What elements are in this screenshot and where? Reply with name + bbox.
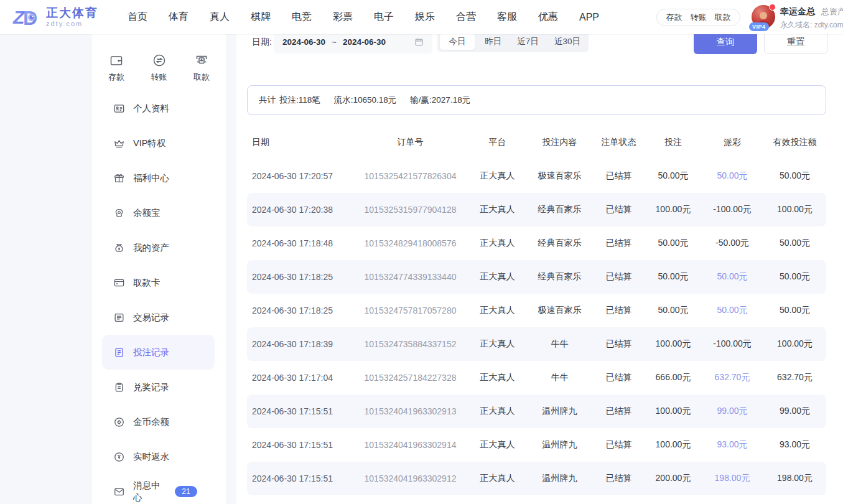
sidebar-item-yuebao[interactable]: 余额宝: [92, 195, 226, 230]
nav-entertainment[interactable]: 娱乐: [415, 11, 435, 24]
cell-content: 温州牌九: [527, 473, 592, 484]
sidebar-item-vip[interactable]: VIP特权: [92, 126, 226, 161]
sidebar-item-assets[interactable]: 我的资产: [92, 230, 226, 265]
money-bag-icon: [113, 242, 125, 254]
cell-status: 已结算: [592, 238, 645, 249]
sidebar-item-profile[interactable]: 个人资料: [92, 91, 226, 126]
envelope-icon: [113, 486, 125, 498]
transfer-link[interactable]: 转账: [691, 12, 707, 23]
sidebar-item-welfare[interactable]: 福利中心: [92, 161, 226, 195]
logo-text: 正大体育 zdty.com: [46, 7, 98, 27]
nav-chess[interactable]: 棋牌: [251, 11, 271, 24]
withdraw-link[interactable]: 取款: [715, 12, 731, 23]
nav-home[interactable]: 首页: [128, 11, 147, 24]
nav-live[interactable]: 真人: [210, 11, 230, 24]
table-row: 2024-06-30 17:18:25 1015324774339133440 …: [247, 260, 826, 294]
quick-withdraw[interactable]: 取款: [193, 53, 210, 83]
crown-icon: [113, 138, 125, 149]
cell-payout: 99.00元: [701, 406, 763, 417]
cell-order: 1015324774339133440: [353, 272, 468, 282]
table-row: 2024-06-30 17:18:25 1015324757817057280 …: [247, 294, 826, 327]
sidebar-item-rebate[interactable]: 实时返水: [92, 439, 226, 474]
calendar-icon[interactable]: [414, 37, 424, 47]
summary-turnover: 流水:10650.18元: [334, 95, 397, 106]
cell-valid: 50.00元: [763, 271, 826, 282]
quick-transfer[interactable]: 转账: [151, 53, 167, 83]
cell-valid: 50.00元: [763, 238, 826, 249]
assets-label: 总资产:: [821, 6, 843, 17]
table-row: 2024-06-30 17:18:48 1015324829418008576 …: [247, 226, 826, 260]
range-7days[interactable]: 近7日: [511, 34, 544, 50]
range-30days[interactable]: 近30日: [549, 34, 586, 50]
sidebar-item-label: 投注记录: [133, 347, 169, 358]
nav-app[interactable]: APP: [579, 12, 599, 23]
nav-affiliate[interactable]: 合营: [456, 11, 476, 24]
quick-withdraw-label: 取款: [193, 72, 210, 83]
quick-deposit[interactable]: 存款: [108, 53, 124, 83]
nav-promo[interactable]: 优惠: [538, 11, 558, 24]
date-to-value[interactable]: 2024-06-30: [343, 37, 386, 47]
cell-platform: 正大真人: [468, 338, 527, 350]
cell-order: 1015324757817057280: [353, 306, 468, 315]
cell-bet: 50.00元: [645, 271, 701, 282]
cell-order: 1015324735884337152: [353, 339, 468, 349]
sidebar-menu: 个人资料 VIP特权 福利中心 余额宝 我的资产 取款卡: [92, 91, 226, 504]
date-from-value[interactable]: 2024-06-30: [282, 37, 325, 47]
range-yesterday[interactable]: 昨日: [479, 34, 507, 50]
sidebar-item-label: 个人资料: [133, 103, 169, 114]
cell-date: 2024-06-30 17:18:39: [247, 339, 353, 349]
sidebar-item-messages[interactable]: 消息中心 21: [92, 474, 226, 504]
cell-status: 已结算: [592, 271, 645, 282]
quick-range-group: 今日 昨日 近7日 近30日: [437, 31, 589, 52]
table-row: 2024-06-30 17:17:04 1015324257184227328 …: [247, 361, 826, 394]
cell-status: 已结算: [592, 170, 645, 182]
cell-valid: 93.00元: [763, 439, 826, 450]
table-row: 2024-06-30 17:15:51 1015324041963302912 …: [247, 462, 826, 495]
cell-platform: 正大真人: [468, 439, 527, 450]
user-info[interactable]: 幸运金总 总资产: 永久域名: zdty.com: [780, 6, 843, 30]
range-today[interactable]: 今日: [440, 34, 475, 50]
sidebar-item-label: 取款卡: [133, 277, 161, 289]
sidebar-item-transactions[interactable]: 交易记录: [92, 300, 226, 335]
cell-payout: -50.00元: [701, 238, 763, 249]
nav-lottery[interactable]: 彩票: [333, 11, 353, 24]
cell-order: 1015325421577826304: [353, 171, 468, 181]
cell-payout: 50.00元: [701, 305, 763, 316]
table-row: 2024-06-30 17:20:57 1015325421577826304 …: [247, 159, 826, 193]
id-card-icon: [113, 103, 125, 114]
cell-bet: 100.00元: [645, 204, 701, 215]
col-content: 投注内容: [527, 137, 592, 148]
deposit-link[interactable]: 存款: [666, 12, 682, 23]
cell-date: 2024-06-30 17:18:48: [247, 238, 353, 248]
notification-dot: [769, 4, 776, 11]
gift-icon: [113, 172, 125, 184]
nav-sports[interactable]: 体育: [169, 11, 189, 24]
cell-platform: 正大真人: [468, 204, 527, 215]
cell-date: 2024-06-30 17:20:57: [247, 171, 353, 181]
records-table: 日期 订单号 平台 投注内容 注单状态 投注 派彩 有效投注额 2024-06-…: [247, 126, 826, 495]
nav-slots[interactable]: 电子: [374, 11, 394, 24]
col-bet: 投注: [645, 137, 701, 148]
cell-content: 经典百家乐: [527, 238, 592, 249]
table-body: 2024-06-30 17:20:57 1015325421577826304 …: [247, 159, 826, 495]
nav-service[interactable]: 客服: [497, 11, 517, 24]
sidebar-item-withdraw-card[interactable]: 取款卡: [92, 265, 226, 300]
cell-content: 经典百家乐: [527, 204, 592, 215]
sidebar-item-coin-balance[interactable]: 金币余额: [92, 404, 226, 439]
user-avatar[interactable]: VIP4: [752, 5, 775, 29]
cell-payout: -100.00元: [701, 204, 763, 215]
cell-bet: 50.00元: [645, 170, 701, 182]
cell-order: 1015324041963302914: [353, 440, 468, 450]
sidebar-item-label: 实时返水: [133, 451, 169, 463]
sidebar-item-label: 我的资产: [133, 242, 169, 254]
nav-esports[interactable]: 电竞: [292, 11, 312, 24]
summary-bets: 投注:118笔: [279, 95, 320, 106]
sidebar-item-betting-records[interactable]: 投注记录: [102, 335, 215, 370]
brand-logo[interactable]: Z D 正大体育 zdty.com: [12, 4, 98, 29]
sidebar-item-prize-records[interactable]: 兑奖记录: [92, 370, 226, 404]
cell-date: 2024-06-30 17:15:51: [247, 474, 353, 483]
top-header: Z D 正大体育 zdty.com 首页 体育 真人 棋牌 电竞 彩票 电子 娱…: [0, 0, 843, 34]
quick-transfer-label: 转账: [151, 72, 167, 83]
wallet-actions-pill: 存款 转账 取款: [656, 9, 740, 26]
username: 幸运金总: [780, 6, 815, 17]
